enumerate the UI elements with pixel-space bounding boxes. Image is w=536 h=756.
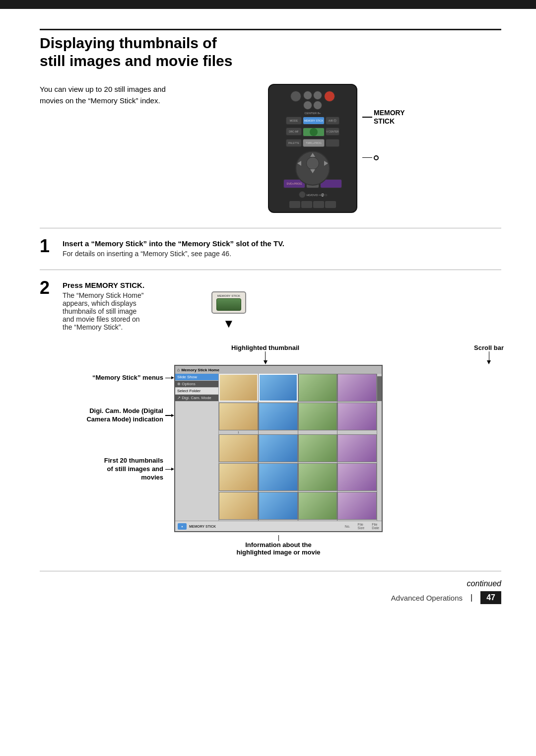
bottom-annot-text: Information about the highlighted image … [236, 541, 320, 556]
step-2-layout: The “Memory Stick Home” appears, which d… [63, 291, 501, 334]
memory-stick-label: MEMORYSTICK [362, 109, 404, 160]
divider-1 [40, 228, 501, 228]
annot-hl-line [265, 351, 266, 360]
thumb-row-3 [219, 434, 377, 462]
remote-last-btn-2 [301, 201, 312, 208]
annot-highlighted-thumbnail: Highlighted thumbnail [231, 344, 299, 364]
menu-select-folder[interactable]: Select Folder [175, 388, 218, 395]
thumb-15 [298, 463, 337, 491]
label-first-20-text: First 20 thumbnails of still images and … [104, 457, 163, 482]
section-divider-top [40, 29, 501, 30]
thumb-12 [337, 434, 377, 462]
house-icon: ⌂ [177, 367, 180, 372]
remote-last-btn-3 [313, 201, 324, 208]
ms-home-diagram: Highlighted thumbnail Scroll bar [63, 344, 501, 556]
dash-ms-menus [165, 378, 171, 379]
thumb-4 [337, 374, 377, 402]
label-ms-menus-text: “Memory Stick” menus [92, 374, 163, 382]
dash-first-20 [165, 469, 171, 470]
top-annotations: Highlighted thumbnail Scroll bar [174, 344, 501, 364]
diagram-body: “Memory Stick” menus Digi. Cam. Mode (Di… [63, 365, 501, 556]
thumb-row-5 [219, 492, 377, 520]
remote-palette-btn: PALETTE [286, 139, 302, 147]
intro-paragraph: You can view up to 20 still images and m… [40, 84, 208, 106]
remote-row3: PALETTE TWRL+PROG [286, 139, 339, 147]
scroll-thumb [377, 376, 382, 401]
menu-slide-show[interactable]: Slide Show [175, 374, 218, 381]
remote-ab-btn: A/B ⓒ [326, 117, 339, 125]
thumb-row-4 [219, 463, 377, 491]
annot-hl-arrow [264, 360, 268, 364]
remote-last-btn-1 [289, 201, 300, 208]
remote-mode-row: MODE MEMORY STICK A/B ⓒ [286, 117, 339, 125]
ms-bottom-icon: ▲ [178, 523, 187, 530]
title-section: Displaying thumbnails of still images an… [40, 29, 501, 70]
thumb-11 [298, 434, 337, 462]
label-first-20-connector [165, 468, 174, 471]
ms-label-bottom: MEMORY STICK [189, 525, 216, 528]
step-1-sub: For details on inserting a “Memory Stick… [63, 250, 501, 258]
remote-row2: DRC-MF V CENTER [286, 128, 339, 137]
step-2-content: Press MEMORY STICK. The “Memory Stick Ho… [63, 279, 501, 556]
remote-btn-4 [313, 101, 322, 110]
ms-label-line [362, 117, 372, 118]
remote-btn-mute [290, 91, 301, 102]
left-annotations: “Memory Stick” menus Digi. Cam. Mode (Di… [63, 365, 174, 514]
remote-hddvd-label: HD/DVD ⇨⓵ □ [307, 193, 327, 197]
remote-last-row [289, 201, 336, 208]
annot-scroll-bar: Scroll bar [474, 344, 504, 364]
label-ms-menus-connector [165, 376, 174, 379]
menu-options[interactable]: ⊕ Options [175, 381, 218, 388]
ms-label-text: MEMORYSTICK [374, 109, 404, 126]
bottom-annot-line [278, 535, 279, 541]
remote-btn-3 [303, 101, 312, 110]
thumb-8 [337, 403, 377, 430]
status-file-size: FileSize [358, 523, 365, 530]
screen-inner: Slide Show ⊕ Options Select Folder ↗ Dig… [175, 374, 382, 521]
remote-memory-stick-btn: MEMORY STICK [303, 117, 325, 125]
thumb-3 [298, 374, 337, 402]
footer-section-name: Advanced Operations [391, 594, 463, 602]
ms-screen-box: ⌂ Memory Stick Home Slide Show ⊕ Options… [174, 365, 383, 532]
label-digi-cam-text: Digi. Cam. Mode (Digital Camera Mode) in… [86, 407, 163, 424]
thumb-2 [259, 374, 298, 402]
annot-scroll-line [489, 351, 489, 360]
dpad-up [310, 153, 315, 157]
menu-digi-cam[interactable]: ↗ Digi. Cam. Mode [175, 395, 218, 402]
strip-5 [219, 520, 377, 521]
thumb-16 [337, 463, 377, 491]
scroll-bar[interactable] [377, 374, 382, 521]
step-2-visual-col: MEMORY STICK ▼ [211, 291, 246, 332]
step-1-number: 1 [40, 237, 56, 255]
footer-nav: Advanced Operations | 47 [40, 591, 501, 604]
bottom-annotation: Information about the highlighted image … [174, 535, 383, 556]
thumb-18 [259, 492, 298, 520]
menu-col: Slide Show ⊕ Options Select Folder ↗ Dig… [175, 374, 219, 521]
screen-header: ⌂ Memory Stick Home [175, 366, 382, 374]
thumbs-wrap: 1 [219, 374, 377, 521]
screen-bottom-status: ▲ MEMORY STICK No. FileSize FileDate [175, 521, 382, 531]
remote-dpad [295, 151, 330, 175]
dpad-center [306, 157, 319, 170]
label-first-20: First 20 thumbnails of still images and … [104, 457, 174, 482]
step-1-content: Insert a “Memory Stick” into the “Memory… [63, 237, 501, 261]
annot-scroll-arrow [487, 360, 491, 364]
remote-diagram: CENTER 8+ MODE MEMORY STICK A/B ⓒ DRC-MF… [268, 84, 404, 213]
step-2-main: Press MEMORY STICK. [63, 281, 501, 289]
top-bar [0, 0, 536, 9]
thumb-1 [219, 374, 258, 402]
dpad-left [297, 161, 301, 166]
remote-illustration: CENTER 8+ MODE MEMORY STICK A/B ⓒ DRC-MF… [268, 84, 357, 213]
thumb-20 [337, 492, 377, 520]
remote-circle-btn [299, 191, 306, 198]
bottom-divider [40, 571, 501, 571]
dpad-right [324, 161, 328, 166]
thumb-9 [219, 434, 258, 462]
thumb-17 [219, 492, 258, 520]
remote-vcenter-btn: V CENTER [326, 128, 339, 136]
remote-top-buttons [290, 91, 335, 110]
arrow-down-step2: ▼ [223, 318, 235, 330]
thumb-row-1 [219, 374, 377, 402]
step-2-text-col: The “Memory Stick Home” appears, which d… [63, 291, 197, 334]
thumbnails-area: 1 [219, 374, 382, 521]
